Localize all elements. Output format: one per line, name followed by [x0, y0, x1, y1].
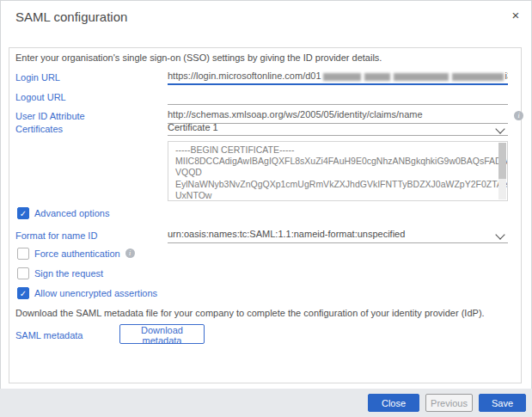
force-authentication-label: Force authentication — [34, 248, 120, 259]
certificates-label: Certificates — [15, 124, 63, 134]
format-name-id-label: Format for name ID — [15, 230, 97, 241]
close-icon[interactable]: × — [507, 7, 524, 24]
advanced-options-row[interactable]: ✓ Advanced options — [17, 206, 109, 219]
redaction-block — [452, 73, 504, 81]
close-button[interactable]: Close — [368, 394, 419, 412]
certificate-textarea[interactable]: -----BEGIN CERTIFICATE-----MIIC8DCCAdigA… — [168, 141, 508, 201]
advanced-options-label: Advanced options — [34, 208, 109, 218]
certificate-scrollbar[interactable] — [498, 143, 506, 199]
intro-text: Enter your organisation's single sign-on… — [15, 52, 382, 63]
previous-button[interactable]: Previous — [425, 394, 473, 412]
certificate-select[interactable]: Certificate 1 — [168, 122, 508, 136]
redaction-block — [323, 73, 361, 81]
scrollbar-thumb[interactable] — [498, 143, 506, 179]
redaction-block — [364, 73, 390, 81]
redaction-block — [394, 73, 449, 81]
force-authentication-checkbox[interactable]: ✓ — [17, 248, 29, 260]
dialog-footer: Close Previous Save — [0, 389, 532, 417]
allow-unencrypted-assertions-checkbox[interactable]: ✓ — [17, 287, 29, 299]
certificate-text: -----BEGIN CERTIFICATE-----MIIC8DCCAdigA… — [175, 144, 493, 201]
login-url-input[interactable]: https://login.microsoftonline.com/d01i35… — [168, 71, 508, 85]
force-authentication-row[interactable]: ✓ Force authentication i — [17, 247, 135, 260]
format-name-id-select[interactable]: urn:oasis:names:tc:SAML:1.1:nameid-forma… — [168, 229, 508, 243]
check-icon: ✓ — [20, 289, 27, 298]
sign-the-request-label: Sign the request — [34, 268, 103, 279]
metadata-description: Download the SAML metadata file for your… — [15, 308, 517, 318]
login-url-value-suffix: i35/saml2 — [505, 71, 508, 81]
login-url-value-prefix: https://login.microsoftonline.com/d01 — [168, 71, 321, 81]
logout-url-label: Logout URL — [15, 92, 66, 102]
save-button[interactable]: Save — [479, 394, 526, 412]
saml-metadata-label: SAML metadata — [15, 330, 83, 340]
info-icon[interactable]: i — [125, 248, 135, 258]
allow-unencrypted-assertions-row[interactable]: ✓ Allow unencrypted assertions — [17, 286, 157, 299]
advanced-options-checkbox[interactable]: ✓ — [17, 207, 29, 219]
dialog-title: SAML configuration — [15, 9, 127, 24]
check-icon: ✓ — [20, 209, 27, 218]
login-url-label: Login URL — [15, 72, 60, 83]
user-id-attribute-label: User ID Attribute — [15, 111, 85, 121]
allow-unencrypted-assertions-label: Allow unencrypted assertions — [34, 288, 157, 298]
info-icon[interactable]: i — [514, 111, 523, 120]
saml-configuration-dialog: SAML configuration × Enter your organisa… — [0, 0, 532, 417]
logout-url-input[interactable] — [168, 90, 508, 105]
dialog-body: Enter your organisation's single sign-on… — [9, 47, 522, 383]
sign-the-request-checkbox[interactable]: ✓ — [17, 267, 29, 279]
download-metadata-button[interactable]: Download metadata — [119, 324, 205, 344]
sign-the-request-row[interactable]: ✓ Sign the request — [17, 267, 103, 279]
